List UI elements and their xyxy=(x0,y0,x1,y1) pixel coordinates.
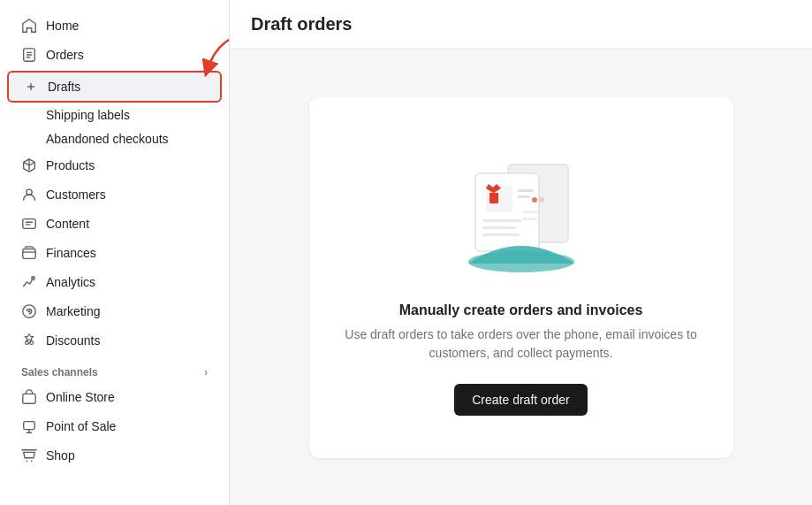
sidebar: Home Orders Drafts xyxy=(0,0,230,505)
draft-orders-illustration xyxy=(451,140,592,281)
sidebar-item-home-label: Home xyxy=(46,19,79,33)
page-title: Draft orders xyxy=(251,14,791,34)
svg-point-6 xyxy=(28,310,31,313)
svg-point-11 xyxy=(26,460,27,462)
content-icon xyxy=(21,216,37,232)
drafts-sub-icon xyxy=(23,79,39,95)
sidebar-item-content[interactable]: Content xyxy=(7,210,222,238)
sidebar-item-point-of-sale-label: Point of Sale xyxy=(46,419,116,433)
home-icon xyxy=(21,18,37,34)
svg-rect-21 xyxy=(482,233,520,236)
svg-rect-20 xyxy=(482,226,516,229)
empty-state-card: Manually create orders and invoices Use … xyxy=(309,97,733,458)
sidebar-item-products[interactable]: Products xyxy=(7,151,222,180)
sidebar-item-marketing-label: Marketing xyxy=(46,304,100,318)
sidebar-item-marketing[interactable]: Marketing xyxy=(7,297,222,325)
svg-rect-17 xyxy=(518,189,534,192)
customers-icon xyxy=(21,187,37,203)
sidebar-item-abandoned-checkouts-label: Abandoned checkouts xyxy=(46,132,169,146)
sales-channels-chevron: › xyxy=(204,366,208,379)
shop-icon xyxy=(21,448,37,463)
sidebar-item-abandoned-checkouts[interactable]: Abandoned checkouts xyxy=(7,127,222,150)
empty-state-description: Use draft orders to take orders over the… xyxy=(345,325,698,363)
sidebar-item-shop[interactable]: Shop xyxy=(7,441,222,470)
svg-point-26 xyxy=(468,251,574,272)
main-content: Draft orders xyxy=(230,0,812,505)
svg-rect-2 xyxy=(23,219,35,229)
products-icon xyxy=(21,157,37,173)
discounts-icon xyxy=(21,333,37,348)
orders-icon xyxy=(21,47,37,63)
sidebar-item-orders-label: Orders xyxy=(46,48,84,62)
sidebar-item-finances-label: Finances xyxy=(46,246,96,260)
sidebar-item-drafts[interactable]: Drafts xyxy=(7,71,222,103)
empty-state-title: Manually create orders and invoices xyxy=(399,302,643,318)
create-draft-order-button[interactable]: Create draft order xyxy=(454,384,588,416)
sidebar-item-drafts-label: Drafts xyxy=(48,80,80,94)
svg-rect-16 xyxy=(489,193,498,203)
online-store-icon xyxy=(21,389,37,405)
sidebar-item-orders[interactable]: Orders xyxy=(7,41,222,69)
sidebar-item-finances[interactable]: Finances xyxy=(7,239,222,267)
page-content-area: Manually create orders and invoices Use … xyxy=(230,50,812,505)
sidebar-item-online-store-label: Online Store xyxy=(46,390,115,404)
svg-point-22 xyxy=(532,197,537,203)
point-of-sale-icon xyxy=(21,418,37,434)
sidebar-item-shipping-labels[interactable]: Shipping labels xyxy=(7,103,222,126)
sidebar-item-customers-label: Customers xyxy=(46,187,106,202)
sidebar-item-content-label: Content xyxy=(46,217,89,231)
sidebar-item-home[interactable]: Home xyxy=(7,11,222,40)
svg-rect-10 xyxy=(24,422,35,430)
sidebar-item-analytics-label: Analytics xyxy=(46,275,95,289)
page-header: Draft orders xyxy=(230,0,812,50)
sidebar-item-point-of-sale[interactable]: Point of Sale xyxy=(7,412,222,440)
svg-rect-9 xyxy=(23,394,35,403)
sales-channels-section: Sales channels › xyxy=(0,356,229,382)
analytics-icon xyxy=(21,274,37,290)
sidebar-item-shipping-labels-label: Shipping labels xyxy=(46,108,130,122)
svg-rect-24 xyxy=(523,210,541,213)
sidebar-item-discounts[interactable]: Discounts xyxy=(7,326,222,355)
finances-icon xyxy=(21,245,37,261)
sidebar-item-online-store[interactable]: Online Store xyxy=(7,383,222,411)
svg-rect-19 xyxy=(482,219,522,222)
svg-rect-3 xyxy=(23,249,35,259)
svg-point-23 xyxy=(539,197,544,203)
sidebar-item-discounts-label: Discounts xyxy=(46,333,100,348)
svg-point-12 xyxy=(31,460,33,462)
sidebar-item-analytics[interactable]: Analytics xyxy=(7,268,222,296)
sidebar-item-products-label: Products xyxy=(46,158,95,172)
svg-rect-18 xyxy=(518,195,530,198)
sidebar-item-shop-label: Shop xyxy=(46,448,75,463)
marketing-icon xyxy=(21,303,37,319)
svg-rect-25 xyxy=(523,218,537,220)
sidebar-item-customers[interactable]: Customers xyxy=(7,180,222,209)
